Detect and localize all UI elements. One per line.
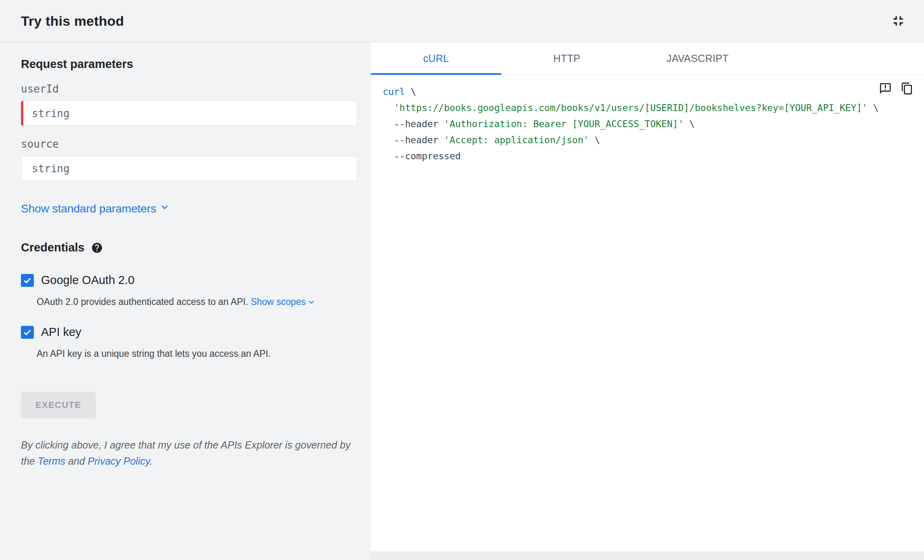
param-source-label: source: [21, 138, 357, 150]
tab-http[interactable]: HTTP: [501, 42, 632, 74]
oauth-checkbox-row[interactable]: Google OAuth 2.0: [21, 274, 357, 287]
param-userid-label: userId: [21, 83, 357, 95]
privacy-policy-link[interactable]: Privacy Policy: [88, 455, 150, 467]
code-line: curl \: [383, 84, 912, 100]
tab-curl[interactable]: cURL: [371, 42, 501, 74]
disclaimer-text-middle: and: [65, 455, 88, 467]
fullscreen-exit-icon[interactable]: [890, 13, 906, 29]
code-area: curl \ 'https://books.googleapis.com/boo…: [371, 75, 924, 551]
source-input[interactable]: [21, 156, 357, 181]
feedback-icon[interactable]: [879, 82, 892, 95]
oauth-checkbox[interactable]: [21, 274, 34, 287]
show-standard-parameters-label: Show standard parameters: [21, 202, 156, 215]
chevron-down-icon: [307, 296, 316, 308]
request-parameters-heading: Request parameters: [21, 58, 357, 71]
code-actions: [879, 82, 914, 95]
tab-javascript[interactable]: JAVASCRIPT: [632, 42, 763, 74]
copy-icon[interactable]: [901, 82, 914, 95]
credentials-title: Credentials: [21, 241, 85, 254]
userid-input[interactable]: [21, 101, 357, 126]
request-panel: Request parameters userId source Show st…: [0, 42, 370, 560]
panel-body: Request parameters userId source Show st…: [0, 42, 924, 560]
code-line: --compressed: [383, 148, 912, 164]
check-icon: [23, 327, 32, 337]
terms-link[interactable]: Terms: [38, 455, 66, 467]
credentials-heading: Credentials: [21, 241, 357, 254]
param-userid: userId: [21, 83, 357, 126]
execute-button[interactable]: EXECUTE: [21, 392, 96, 418]
show-standard-parameters-link[interactable]: Show standard parameters: [21, 201, 171, 216]
oauth-description-text: OAuth 2.0 provides authenticated access …: [37, 296, 251, 307]
disclaimer-text-end: .: [150, 455, 153, 467]
code-line: 'https://books.googleapis.com/books/v1/u…: [383, 100, 912, 116]
code-block[interactable]: curl \ 'https://books.googleapis.com/boo…: [383, 84, 912, 164]
api-key-checkbox[interactable]: [21, 326, 34, 339]
show-scopes-label: Show scopes: [251, 296, 306, 308]
panel-title: Try this method: [21, 13, 124, 29]
oauth-label: Google OAuth 2.0: [41, 274, 134, 287]
try-this-method-panel: Try this method Request parameters userI…: [0, 0, 924, 560]
show-scopes-link[interactable]: Show scopes: [251, 296, 316, 308]
code-line: --header 'Authorization: Bearer [YOUR_AC…: [383, 116, 912, 132]
chevron-down-icon: [159, 201, 171, 216]
param-source: source: [21, 138, 357, 181]
api-key-description: An API key is a unique string that lets …: [37, 348, 357, 360]
help-icon[interactable]: [91, 242, 103, 254]
code-sample-panel: cURL HTTP JAVASCRIPT curl \ 'https://boo…: [370, 42, 924, 560]
code-line: --header 'Accept: application/json' \: [383, 132, 912, 148]
api-key-label: API key: [41, 325, 81, 339]
oauth-description: OAuth 2.0 provides authenticated access …: [37, 296, 357, 308]
api-key-checkbox-row[interactable]: API key: [21, 325, 357, 339]
code-tabs: cURL HTTP JAVASCRIPT: [371, 42, 924, 75]
panel-header: Try this method: [0, 0, 924, 42]
disclaimer: By clicking above, I agree that my use o…: [21, 437, 351, 469]
check-icon: [23, 276, 32, 285]
